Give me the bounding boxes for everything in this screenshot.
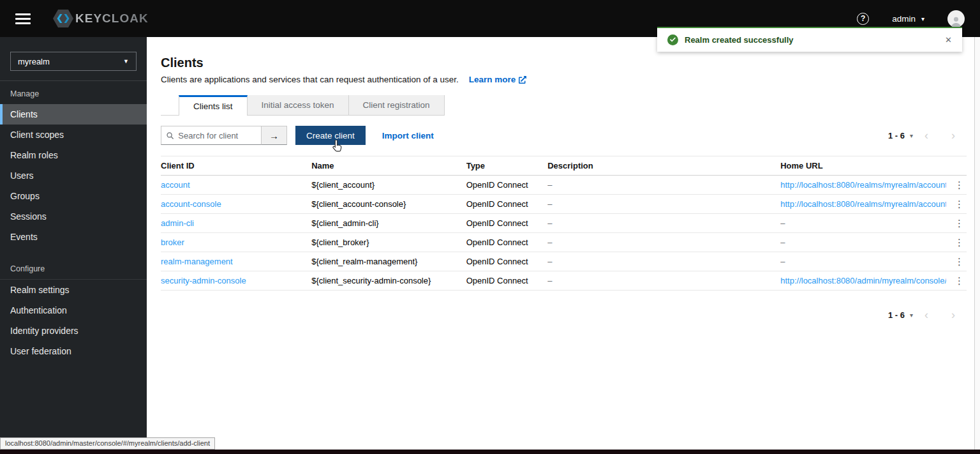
nav-section-title-manage: Manage xyxy=(0,81,147,104)
pagination-top: 1 - 6 ▾ ‹ › xyxy=(888,130,967,141)
tab-bar: Clients listInitial access tokenClient r… xyxy=(161,95,974,116)
pagination-prev-button[interactable]: ‹ xyxy=(913,130,940,141)
client-id-link[interactable]: account-console xyxy=(161,199,221,209)
table-row: security-admin-console${client_security-… xyxy=(161,271,967,291)
home-url-link[interactable]: http://localhost:8080/admin/myrealm/cons… xyxy=(780,276,946,285)
pagination-range-dropdown[interactable]: 1 - 6 ▾ xyxy=(888,310,913,320)
scrollbar-track[interactable] xyxy=(974,37,980,450)
success-toast: Realm created successfully ✕ xyxy=(657,27,962,52)
kebab-menu-button[interactable]: ⋮ xyxy=(946,199,967,210)
client-id-link[interactable]: broker xyxy=(161,238,184,247)
sidebar-item-users[interactable]: Users xyxy=(0,165,147,186)
client-type: OpenID Connect xyxy=(466,257,548,266)
search-group: → xyxy=(161,126,287,145)
search-input[interactable] xyxy=(178,131,256,140)
keycloak-logo-icon xyxy=(52,9,74,28)
import-client-link[interactable]: Import client xyxy=(382,131,434,140)
pagination-next-button[interactable]: › xyxy=(940,130,967,141)
sidebar-item-sessions[interactable]: Sessions xyxy=(0,206,147,227)
help-glyph: ? xyxy=(861,14,865,23)
kebab-menu-button[interactable]: ⋮ xyxy=(946,218,967,229)
table-row: realm-management${client_realm-managemen… xyxy=(161,252,967,271)
sidebar-item-identity-providers[interactable]: Identity providers xyxy=(0,321,147,341)
search-icon xyxy=(167,132,174,140)
sidebar-item-authentication[interactable]: Authentication xyxy=(0,300,147,321)
client-id-link[interactable]: realm-management xyxy=(161,257,233,266)
home-url-empty: – xyxy=(780,257,946,266)
pagination-next-button[interactable]: › xyxy=(940,309,967,321)
status-url: localhost:8080/admin/master/console/#/my… xyxy=(0,437,215,450)
client-description: – xyxy=(547,276,780,285)
nav-section-title-configure: Configure xyxy=(0,256,147,280)
username: admin xyxy=(892,14,916,24)
client-type: OpenID Connect xyxy=(466,199,548,209)
brand-text: KEYCLOAK xyxy=(75,11,149,26)
create-client-button[interactable]: Create client xyxy=(295,126,366,145)
home-url-empty: – xyxy=(780,218,946,228)
client-description: – xyxy=(547,180,780,190)
sidebar-item-clients[interactable]: Clients xyxy=(0,104,147,125)
pagination-prev-button[interactable]: ‹ xyxy=(913,309,940,321)
keycloak-logo[interactable]: KEYCLOAK xyxy=(52,9,149,28)
hamburger-menu-button[interactable] xyxy=(15,13,31,24)
avatar[interactable] xyxy=(947,10,965,27)
sidebar-item-groups[interactable]: Groups xyxy=(0,186,147,206)
chevron-down-icon: ▼ xyxy=(123,58,129,64)
home-url-text: http://localhost:8080/realms/myrealm/acc… xyxy=(780,180,946,190)
check-circle-icon xyxy=(667,34,678,45)
client-type: OpenID Connect xyxy=(466,276,548,285)
client-id-link[interactable]: security-admin-console xyxy=(161,276,246,285)
tab-clients-list[interactable]: Clients list xyxy=(179,95,248,116)
main-content: Clients Clients are applications and ser… xyxy=(147,37,974,450)
sidebar-item-events[interactable]: Events xyxy=(0,227,147,247)
client-name: ${client_admin-cli} xyxy=(311,218,466,228)
tab-initial-access-token[interactable]: Initial access token xyxy=(248,95,349,116)
table-row: account${client_account}OpenID Connect–h… xyxy=(161,176,967,195)
keycloak-admin-console: KEYCLOAK ? admin ▾ myrealm ▼ ManageClien… xyxy=(0,0,980,454)
client-name: ${client_broker} xyxy=(311,238,466,247)
external-link-icon xyxy=(519,76,526,84)
home-url-link[interactable]: http://localhost:8080/realms/myrealm/acc… xyxy=(780,180,946,190)
sidebar-item-user-federation[interactable]: User federation xyxy=(0,341,147,361)
column-header-type: Type xyxy=(466,161,548,170)
client-id-link[interactable]: account xyxy=(161,180,190,190)
pagination-range-label: 1 - 6 xyxy=(888,310,905,320)
column-header-description: Description xyxy=(547,161,780,170)
kebab-menu-button[interactable]: ⋮ xyxy=(946,179,967,191)
topbar-right: ? admin ▾ xyxy=(857,10,965,27)
page-title: Clients xyxy=(161,56,974,70)
client-name: ${client_realm-management} xyxy=(311,257,466,266)
client-description: – xyxy=(547,257,780,266)
bottom-strip xyxy=(0,450,980,454)
learn-more-label: Learn more xyxy=(469,75,516,84)
pagination-range-label: 1 - 6 xyxy=(888,131,905,140)
table-row: broker${client_broker}OpenID Connect––⋮ xyxy=(161,233,967,252)
admin-user-menu[interactable]: admin ▾ xyxy=(892,14,924,24)
close-icon[interactable]: ✕ xyxy=(945,35,952,45)
toast-message: Realm created successfully xyxy=(685,35,794,45)
pagination-bottom: 1 - 6 ▾ ‹ › xyxy=(888,309,967,321)
home-url-link[interactable]: http://localhost:8080/realms/myrealm/acc… xyxy=(780,199,946,209)
learn-more-link[interactable]: Learn more xyxy=(469,75,527,84)
realm-selector[interactable]: myrealm ▼ xyxy=(10,52,137,71)
table-row: account-console${client_account-console}… xyxy=(161,195,967,214)
client-id-link[interactable]: admin-cli xyxy=(161,218,194,228)
search-box xyxy=(161,126,262,145)
search-submit-button[interactable]: → xyxy=(262,126,287,145)
kebab-menu-button[interactable]: ⋮ xyxy=(946,237,967,248)
page-description: Clients are applications and services th… xyxy=(161,75,459,84)
client-name: ${client_account} xyxy=(311,180,466,190)
help-icon[interactable]: ? xyxy=(857,13,869,25)
sidebar-item-realm-settings[interactable]: Realm settings xyxy=(0,280,147,300)
client-type: OpenID Connect xyxy=(466,238,548,247)
tab-client-registration[interactable]: Client registration xyxy=(349,95,445,116)
home-url-text: http://localhost:8080/admin/myrealm/cons… xyxy=(780,276,946,285)
pagination-range-dropdown[interactable]: 1 - 6 ▾ xyxy=(888,131,913,140)
sidebar-item-client-scopes[interactable]: Client scopes xyxy=(0,125,147,145)
home-url-empty: – xyxy=(780,238,946,247)
kebab-menu-button[interactable]: ⋮ xyxy=(946,275,967,287)
kebab-menu-button[interactable]: ⋮ xyxy=(946,256,967,268)
client-type: OpenID Connect xyxy=(466,218,548,228)
realm-name: myrealm xyxy=(18,57,50,66)
sidebar-item-realm-roles[interactable]: Realm roles xyxy=(0,145,147,165)
